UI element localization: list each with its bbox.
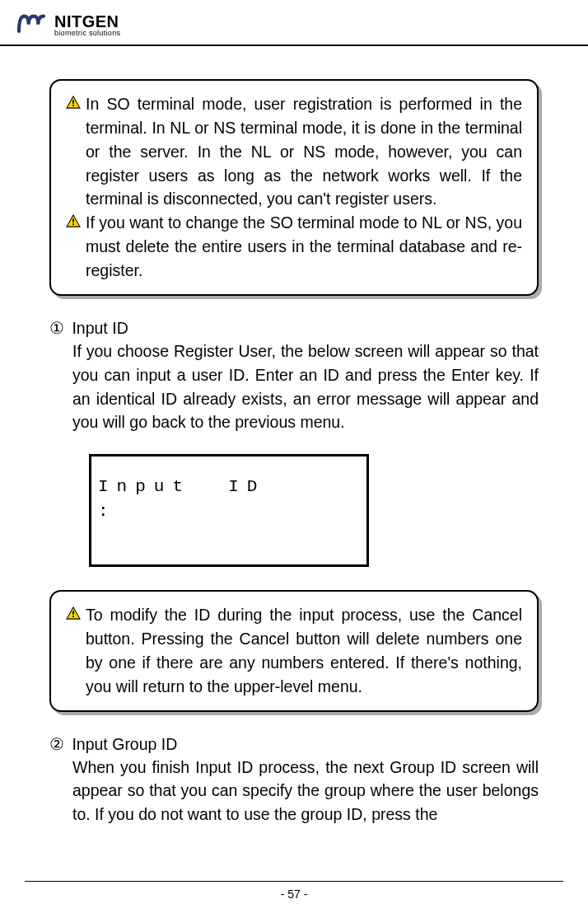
section-number: ① [49,319,64,338]
page-header: NITGEN biometric solutions [0,0,588,46]
warning-icon [66,96,81,112]
page-number: - 57 - [281,887,308,901]
svg-rect-8 [72,616,74,617]
lcd-screen: Input ID : [89,454,369,567]
callout-text: To modify the ID during the input proces… [86,603,522,698]
section-heading: ② Input Group ID [49,735,539,754]
section-body: When you finish Input ID process, the ne… [49,756,539,827]
svg-rect-7 [72,611,74,614]
svg-rect-4 [72,219,74,222]
logo: NITGEN biometric solutions [15,10,573,40]
svg-rect-1 [72,100,74,103]
lcd-line-2: : [98,499,360,523]
section-title: Input Group ID [72,735,177,753]
section-input-group-id: ② Input Group ID When you finish Input I… [49,735,539,827]
svg-rect-5 [72,223,74,225]
section-input-id: ① Input ID If you choose Register User, … [49,319,539,434]
callout-box-2: To modify the ID during the input proces… [49,590,539,711]
lcd-line-1: Input ID [98,475,360,499]
logo-icon [15,10,48,40]
warning-icon [66,214,81,231]
main-content: In SO terminal mode, user registration i… [0,79,588,826]
section-number: ② [49,735,64,754]
svg-rect-2 [72,105,74,106]
brand-name: NITGEN [54,13,120,30]
callout-text: In SO terminal mode, user registration i… [86,92,522,211]
page-footer: - 57 - [25,881,563,901]
callout-text: If you want to change the SO terminal mo… [86,211,522,283]
callout-box-1: In SO terminal mode, user registration i… [49,79,539,296]
section-title: Input ID [72,319,128,337]
warning-icon [66,606,81,623]
section-heading: ① Input ID [49,319,539,338]
brand-tagline: biometric solutions [54,30,120,37]
section-body: If you choose Register User, the below s… [49,339,539,434]
